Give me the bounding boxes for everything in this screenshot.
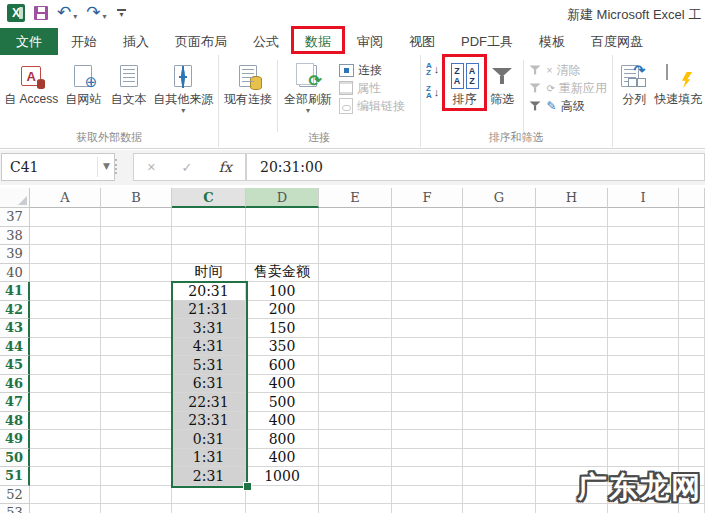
- cell-I49[interactable]: [608, 430, 679, 449]
- formula-bar-grip[interactable]: [115, 159, 117, 174]
- cell-H42[interactable]: [536, 301, 608, 320]
- cell-E39[interactable]: [319, 245, 392, 264]
- cell-I43[interactable]: [608, 319, 679, 338]
- cell-C49[interactable]: 0:31: [172, 430, 246, 449]
- cell-A39[interactable]: [30, 245, 101, 264]
- cell-J41[interactable]: [679, 282, 705, 301]
- text-to-columns-button[interactable]: ↷ 分列: [615, 57, 653, 106]
- name-box[interactable]: C41 ▼: [1, 153, 115, 181]
- cell-D46[interactable]: 400: [246, 375, 319, 394]
- cell-H48[interactable]: [536, 412, 608, 431]
- cell-F49[interactable]: [392, 430, 463, 449]
- cell-E52[interactable]: [319, 486, 392, 505]
- cell-D45[interactable]: 600: [246, 356, 319, 375]
- tab-home[interactable]: 开始: [58, 28, 110, 55]
- advanced-filter-button[interactable]: 高级: [526, 97, 610, 115]
- cell-D44[interactable]: 350: [246, 338, 319, 357]
- cell-E51[interactable]: [319, 467, 392, 486]
- row-header-48[interactable]: 48: [0, 412, 30, 431]
- cell-H49[interactable]: [536, 430, 608, 449]
- sort-descending-button[interactable]: ZA ↓: [423, 84, 442, 100]
- save-icon[interactable]: [34, 6, 48, 20]
- cell-G49[interactable]: [463, 430, 536, 449]
- cell-A41[interactable]: [30, 282, 101, 301]
- cell-I45[interactable]: [608, 356, 679, 375]
- redo-dropdown-icon[interactable]: ▾: [103, 12, 107, 22]
- cell-F52[interactable]: [392, 486, 463, 505]
- cell-D53[interactable]: [246, 504, 319, 513]
- cell-F46[interactable]: [392, 375, 463, 394]
- cell-C50[interactable]: 1:31: [172, 449, 246, 468]
- cancel-icon[interactable]: ×: [147, 159, 155, 175]
- cell-A53[interactable]: [30, 504, 101, 513]
- tab-baidu-netdisk[interactable]: 百度网盘: [578, 28, 656, 55]
- cell-H46[interactable]: [536, 375, 608, 394]
- cell-H47[interactable]: [536, 393, 608, 412]
- cell-F39[interactable]: [392, 245, 463, 264]
- cell-D43[interactable]: 150: [246, 319, 319, 338]
- cell-G48[interactable]: [463, 412, 536, 431]
- formula-input[interactable]: 20:31:00: [246, 153, 705, 181]
- cell-B45[interactable]: [101, 356, 172, 375]
- row-header-44[interactable]: 44: [0, 338, 30, 357]
- cell-A37[interactable]: [30, 208, 101, 227]
- cell-A38[interactable]: [30, 227, 101, 246]
- cell-E41[interactable]: [319, 282, 392, 301]
- undo-button[interactable]: ▾: [57, 4, 77, 22]
- cell-B44[interactable]: [101, 338, 172, 357]
- cell-J47[interactable]: [679, 393, 705, 412]
- cell-A44[interactable]: [30, 338, 101, 357]
- tab-insert[interactable]: 插入: [110, 28, 162, 55]
- row-header-39[interactable]: 39: [0, 245, 30, 264]
- cell-F43[interactable]: [392, 319, 463, 338]
- sort-button[interactable]: ZA AZ 排序: [445, 57, 484, 108]
- cell-F53[interactable]: [392, 504, 463, 513]
- cell-I46[interactable]: [608, 375, 679, 394]
- cell-J46[interactable]: [679, 375, 705, 394]
- cell-F44[interactable]: [392, 338, 463, 357]
- cell-J42[interactable]: [679, 301, 705, 320]
- row-header-38[interactable]: 38: [0, 227, 30, 246]
- cell-E42[interactable]: [319, 301, 392, 320]
- cell-I39[interactable]: [608, 245, 679, 264]
- row-header-47[interactable]: 47: [0, 393, 30, 412]
- cell-D49[interactable]: 800: [246, 430, 319, 449]
- row-header-46[interactable]: 46: [0, 375, 30, 394]
- cell-H37[interactable]: [536, 208, 608, 227]
- cell-E43[interactable]: [319, 319, 392, 338]
- cell-A46[interactable]: [30, 375, 101, 394]
- cell-F45[interactable]: [392, 356, 463, 375]
- row-header-51[interactable]: 51: [0, 467, 30, 486]
- row-header-42[interactable]: 42: [0, 301, 30, 320]
- cell-D52[interactable]: [246, 486, 319, 505]
- cell-I38[interactable]: [608, 227, 679, 246]
- cell-A49[interactable]: [30, 430, 101, 449]
- cell-E48[interactable]: [319, 412, 392, 431]
- from-access-button[interactable]: A 自 Access: [3, 57, 59, 106]
- cell-I48[interactable]: [608, 412, 679, 431]
- cell-J43[interactable]: [679, 319, 705, 338]
- column-header-C[interactable]: C: [172, 188, 246, 208]
- row-header-49[interactable]: 49: [0, 430, 30, 449]
- cell-E53[interactable]: [319, 504, 392, 513]
- cell-B38[interactable]: [101, 227, 172, 246]
- cell-E37[interactable]: [319, 208, 392, 227]
- name-box-dropdown-icon[interactable]: ▼: [103, 161, 110, 171]
- cell-C51[interactable]: 2:31: [172, 467, 246, 486]
- cell-B50[interactable]: [101, 449, 172, 468]
- cell-B37[interactable]: [101, 208, 172, 227]
- redo-button[interactable]: ▾: [86, 4, 106, 22]
- enter-icon[interactable]: ✓: [182, 160, 193, 175]
- tab-page-layout[interactable]: 页面布局: [162, 28, 240, 55]
- fill-handle[interactable]: [243, 482, 252, 491]
- cell-C39[interactable]: [172, 245, 246, 264]
- cell-B53[interactable]: [101, 504, 172, 513]
- tab-view[interactable]: 视图: [396, 28, 448, 55]
- tab-data[interactable]: 数据: [292, 28, 344, 55]
- tab-formulas[interactable]: 公式: [240, 28, 292, 55]
- cell-J44[interactable]: [679, 338, 705, 357]
- row-header-52[interactable]: 52: [0, 486, 30, 505]
- cell-I47[interactable]: [608, 393, 679, 412]
- cell-B46[interactable]: [101, 375, 172, 394]
- cell-D40[interactable]: 售卖金额: [246, 264, 319, 283]
